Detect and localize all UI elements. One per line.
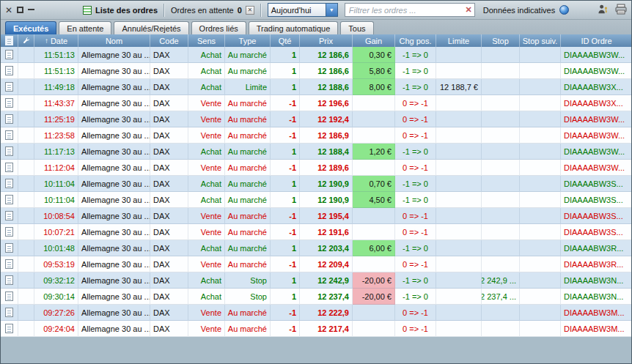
table-row[interactable]: 10:11:04Allemagne 30 au ...DAXAchatAu ma… xyxy=(1,176,631,192)
order-detail-cell[interactable] xyxy=(1,289,18,305)
table-row[interactable]: 11:23:58Allemagne 30 au ...DAXVenteAu ma… xyxy=(1,127,631,144)
table-row[interactable]: 11:25:19Allemagne 30 au ...DAXVenteAu ma… xyxy=(1,111,631,127)
tab-ordres-li-s[interactable]: Ordres liés xyxy=(191,21,246,34)
column-header-qt[interactable]: Qté xyxy=(271,34,300,47)
order-detail-cell[interactable] xyxy=(1,305,18,321)
table-row[interactable]: 09:53:19Allemagne 30 au ...DAXVenteAu ma… xyxy=(1,256,631,272)
close-window-icon[interactable]: ✕ xyxy=(5,6,12,15)
tab-ex-cut-s[interactable]: Exécutés xyxy=(5,21,56,34)
filter-orders-input[interactable] xyxy=(345,3,475,17)
table-row[interactable]: 10:07:21Allemagne 30 au ...DAXVenteAu ma… xyxy=(1,224,631,240)
order-document-icon[interactable] xyxy=(5,259,13,269)
order-document-icon[interactable] xyxy=(5,50,13,59)
table-row[interactable]: 11:51:13Allemagne 30 au ...DAXAchatAu ma… xyxy=(1,63,631,79)
table-row[interactable]: 11:17:13Allemagne 30 au ...DAXAchatAu ma… xyxy=(1,144,631,160)
close-pending-icon[interactable]: ✕ xyxy=(246,6,254,15)
tab-en-attente[interactable]: En attente xyxy=(59,21,111,34)
cell-name: Allemagne 30 au ... xyxy=(78,256,150,272)
cell-date: 09:24:04 xyxy=(34,321,78,337)
order-document-icon[interactable] xyxy=(5,114,13,124)
table-row[interactable]: 11:43:37Allemagne 30 au ...DAXVenteAu ma… xyxy=(1,95,631,111)
table-row[interactable]: 10:01:48Allemagne 30 au ...DAXAchatAu ma… xyxy=(1,240,631,256)
order-document-icon[interactable] xyxy=(5,98,13,108)
order-detail-cell[interactable] xyxy=(1,256,18,272)
tab-annul-s-rejet-s[interactable]: Annulés/Rejetés xyxy=(114,21,188,34)
order-detail-cell[interactable] xyxy=(1,144,18,160)
column-header-code[interactable]: Code xyxy=(150,34,188,47)
column-header-chg-pos[interactable]: Chg pos. xyxy=(395,34,436,47)
order-detail-cell[interactable] xyxy=(1,176,18,192)
cell-limit xyxy=(436,144,482,160)
cell-price: 12 192,4 xyxy=(300,111,353,127)
order-document-icon[interactable] xyxy=(5,82,13,92)
cell-gain xyxy=(353,127,395,144)
order-document-icon[interactable] xyxy=(5,66,13,75)
order-document-icon[interactable] xyxy=(5,324,13,333)
table-row[interactable]: 09:24:04Allemagne 30 au ...DAXVenteAu ma… xyxy=(1,321,631,337)
column-header-tools[interactable] xyxy=(18,34,34,47)
order-document-icon[interactable] xyxy=(5,291,13,301)
table-row[interactable]: 10:08:54Allemagne 30 au ...DAXVenteAu ma… xyxy=(1,208,631,224)
user-key-icon[interactable] xyxy=(598,4,609,16)
order-detail-cell[interactable] xyxy=(1,63,18,79)
order-detail-cell[interactable] xyxy=(1,47,18,63)
order-document-icon[interactable] xyxy=(5,179,13,188)
order-detail-cell[interactable] xyxy=(1,240,18,256)
column-header-label: Chg pos. xyxy=(399,37,431,45)
order-detail-cell[interactable] xyxy=(1,79,18,95)
period-select[interactable]: Aujourd'hui ▼ xyxy=(268,3,338,17)
order-document-icon[interactable] xyxy=(5,211,13,220)
column-header-sens[interactable]: Sens xyxy=(188,34,225,47)
order-document-icon[interactable] xyxy=(5,308,13,317)
cell-limit xyxy=(436,305,482,321)
order-detail-cell[interactable] xyxy=(1,160,18,176)
column-header-id-ordre[interactable]: ID Ordre xyxy=(561,34,632,47)
order-document-icon[interactable] xyxy=(5,243,13,253)
order-detail-cell[interactable] xyxy=(1,208,18,224)
column-header-row-icon[interactable] xyxy=(1,34,18,47)
order-detail-cell[interactable] xyxy=(1,272,18,289)
order-detail-cell[interactable] xyxy=(1,127,18,144)
minimize-window-icon[interactable] xyxy=(28,8,34,10)
column-header-prix[interactable]: Prix xyxy=(300,34,353,47)
order-detail-cell[interactable] xyxy=(1,224,18,240)
cell-trailing-stop xyxy=(520,192,561,208)
maximize-window-icon[interactable] xyxy=(17,7,23,13)
order-document-icon[interactable] xyxy=(5,163,13,172)
cell-stop xyxy=(482,208,520,224)
column-header-nom[interactable]: Nom xyxy=(78,34,150,47)
table-row[interactable]: 11:49:18Allemagne 30 au ...DAXAchatLimit… xyxy=(1,79,631,95)
column-header-gain[interactable]: Gain xyxy=(353,34,395,47)
column-header-date[interactable]: ↑Date xyxy=(34,34,78,47)
order-tools-cell xyxy=(18,224,34,240)
cell-limit xyxy=(436,224,482,240)
order-document-icon[interactable] xyxy=(5,195,13,204)
cell-position-change: 0 => -1 xyxy=(395,305,436,321)
tab-trading-automatique[interactable]: Trading automatique xyxy=(249,21,339,34)
table-row[interactable]: 09:27:26Allemagne 30 au ...DAXVenteAu ma… xyxy=(1,305,631,321)
clear-filter-icon[interactable]: ✕ xyxy=(466,5,472,14)
table-row[interactable]: 11:12:04Allemagne 30 au ...DAXVenteAu ma… xyxy=(1,160,631,176)
printer-icon[interactable] xyxy=(615,4,627,16)
order-document-icon[interactable] xyxy=(5,130,13,140)
cell-side: Achat xyxy=(188,192,225,208)
column-header-stop[interactable]: Stop xyxy=(482,34,520,47)
cell-order-id: DIAAAABW3S... xyxy=(561,224,632,240)
order-detail-cell[interactable] xyxy=(1,192,18,208)
table-row[interactable]: 09:30:14Allemagne 30 au ...DAXAchatStop1… xyxy=(1,289,631,305)
cell-price: 12 222,9 xyxy=(300,305,353,321)
order-detail-cell[interactable] xyxy=(1,321,18,337)
column-header-type[interactable]: Type xyxy=(225,34,271,47)
table-row[interactable]: 09:32:12Allemagne 30 au ...DAXAchatStop1… xyxy=(1,272,631,289)
order-document-icon[interactable] xyxy=(5,146,13,156)
order-detail-cell[interactable] xyxy=(1,111,18,127)
column-header-limite[interactable]: Limite xyxy=(436,34,482,47)
order-document-icon[interactable] xyxy=(5,275,13,285)
column-header-stop-suiv[interactable]: Stop suiv. xyxy=(520,34,561,47)
tab-tous[interactable]: Tous xyxy=(340,21,373,34)
order-detail-cell[interactable] xyxy=(1,95,18,111)
table-row[interactable]: 10:11:04Allemagne 30 au ...DAXAchatAu ma… xyxy=(1,192,631,208)
order-document-icon[interactable] xyxy=(5,227,13,237)
table-row[interactable]: 11:51:13Allemagne 30 au ...DAXAchatAu ma… xyxy=(1,47,631,63)
toolbar-separator xyxy=(163,4,165,17)
